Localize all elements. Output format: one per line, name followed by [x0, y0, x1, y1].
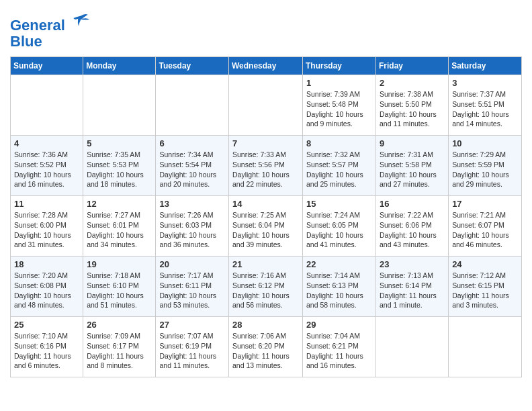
day-info: Sunrise: 7:38 AM Sunset: 5:50 PM Dayligh…	[380, 89, 445, 129]
calendar-header-row: SundayMondayTuesdayWednesdayThursdayFrid…	[11, 57, 522, 75]
calendar-cell: 7Sunrise: 7:33 AM Sunset: 5:56 PM Daylig…	[229, 136, 303, 196]
calendar-cell: 8Sunrise: 7:32 AM Sunset: 5:57 PM Daylig…	[303, 136, 376, 196]
day-info: Sunrise: 7:20 AM Sunset: 6:08 PM Dayligh…	[14, 271, 79, 310]
day-info: Sunrise: 7:35 AM Sunset: 5:53 PM Dayligh…	[87, 150, 152, 189]
day-number: 19	[87, 259, 152, 269]
day-info: Sunrise: 7:28 AM Sunset: 6:00 PM Dayligh…	[14, 210, 79, 250]
day-info: Sunrise: 7:21 AM Sunset: 6:07 PM Dayligh…	[452, 210, 518, 250]
day-info: Sunrise: 7:29 AM Sunset: 5:59 PM Dayligh…	[452, 150, 518, 189]
header-tuesday: Tuesday	[156, 57, 229, 75]
day-number: 26	[87, 320, 152, 330]
calendar-cell	[156, 75, 229, 136]
calendar-cell: 26Sunrise: 7:09 AM Sunset: 6:17 PM Dayli…	[83, 317, 156, 377]
day-info: Sunrise: 7:04 AM Sunset: 6:21 PM Dayligh…	[306, 331, 372, 371]
calendar-cell: 22Sunrise: 7:14 AM Sunset: 6:13 PM Dayli…	[303, 257, 376, 317]
day-number: 27	[159, 320, 225, 330]
logo: General Blue	[10, 10, 91, 50]
day-info: Sunrise: 7:10 AM Sunset: 6:16 PM Dayligh…	[14, 331, 79, 371]
day-number: 17	[452, 199, 518, 209]
day-number: 15	[306, 199, 372, 209]
week-row-1: 1Sunrise: 7:39 AM Sunset: 5:48 PM Daylig…	[11, 75, 522, 136]
calendar-cell: 16Sunrise: 7:22 AM Sunset: 6:06 PM Dayli…	[376, 196, 449, 257]
day-number: 16	[380, 199, 445, 209]
header-thursday: Thursday	[303, 57, 376, 75]
day-info: Sunrise: 7:25 AM Sunset: 6:04 PM Dayligh…	[232, 210, 299, 250]
calendar-cell	[83, 75, 156, 136]
calendar-cell: 24Sunrise: 7:12 AM Sunset: 6:15 PM Dayli…	[449, 257, 522, 317]
day-number: 28	[232, 320, 299, 330]
day-number: 3	[452, 78, 518, 88]
logo-blue: Blue	[10, 33, 42, 50]
day-info: Sunrise: 7:39 AM Sunset: 5:48 PM Dayligh…	[306, 89, 372, 129]
day-info: Sunrise: 7:22 AM Sunset: 6:06 PM Dayligh…	[380, 210, 445, 250]
day-number: 11	[14, 199, 79, 209]
calendar-cell: 25Sunrise: 7:10 AM Sunset: 6:16 PM Dayli…	[11, 317, 83, 377]
page-header: General Blue	[10, 10, 522, 50]
header-monday: Monday	[83, 57, 156, 75]
day-info: Sunrise: 7:14 AM Sunset: 6:13 PM Dayligh…	[306, 271, 372, 310]
calendar-cell	[11, 75, 83, 136]
day-info: Sunrise: 7:06 AM Sunset: 6:20 PM Dayligh…	[232, 331, 299, 371]
week-row-3: 11Sunrise: 7:28 AM Sunset: 6:00 PM Dayli…	[11, 196, 522, 257]
calendar-cell: 27Sunrise: 7:07 AM Sunset: 6:19 PM Dayli…	[156, 317, 229, 377]
day-number: 1	[306, 78, 372, 88]
calendar-cell: 15Sunrise: 7:24 AM Sunset: 6:05 PM Dayli…	[303, 196, 376, 257]
calendar-cell: 2Sunrise: 7:38 AM Sunset: 5:50 PM Daylig…	[376, 75, 449, 136]
calendar-cell: 19Sunrise: 7:18 AM Sunset: 6:10 PM Dayli…	[83, 257, 156, 317]
header-saturday: Saturday	[449, 57, 522, 75]
day-number: 10	[452, 138, 518, 148]
calendar-cell	[376, 317, 449, 377]
calendar-cell: 3Sunrise: 7:37 AM Sunset: 5:51 PM Daylig…	[449, 75, 522, 136]
week-row-4: 18Sunrise: 7:20 AM Sunset: 6:08 PM Dayli…	[11, 257, 522, 317]
day-info: Sunrise: 7:09 AM Sunset: 6:17 PM Dayligh…	[87, 331, 152, 371]
day-number: 7	[232, 138, 299, 148]
calendar-cell: 23Sunrise: 7:13 AM Sunset: 6:14 PM Dayli…	[376, 257, 449, 317]
calendar-cell	[449, 317, 522, 377]
week-row-5: 25Sunrise: 7:10 AM Sunset: 6:16 PM Dayli…	[11, 317, 522, 377]
calendar-cell: 10Sunrise: 7:29 AM Sunset: 5:59 PM Dayli…	[449, 136, 522, 196]
day-info: Sunrise: 7:12 AM Sunset: 6:15 PM Dayligh…	[452, 271, 518, 310]
day-info: Sunrise: 7:34 AM Sunset: 5:54 PM Dayligh…	[159, 150, 225, 189]
day-info: Sunrise: 7:24 AM Sunset: 6:05 PM Dayligh…	[306, 210, 372, 250]
day-info: Sunrise: 7:18 AM Sunset: 6:10 PM Dayligh…	[87, 271, 152, 310]
calendar-table: SundayMondayTuesdayWednesdayThursdayFrid…	[10, 56, 522, 377]
day-info: Sunrise: 7:33 AM Sunset: 5:56 PM Dayligh…	[232, 150, 299, 189]
day-number: 9	[380, 138, 445, 148]
calendar-cell	[229, 75, 303, 136]
calendar-cell: 5Sunrise: 7:35 AM Sunset: 5:53 PM Daylig…	[83, 136, 156, 196]
day-number: 13	[159, 199, 225, 209]
calendar-cell: 14Sunrise: 7:25 AM Sunset: 6:04 PM Dayli…	[229, 196, 303, 257]
day-info: Sunrise: 7:26 AM Sunset: 6:03 PM Dayligh…	[159, 210, 225, 250]
calendar-cell: 11Sunrise: 7:28 AM Sunset: 6:00 PM Dayli…	[11, 196, 83, 257]
day-number: 14	[232, 199, 299, 209]
day-number: 22	[306, 259, 372, 269]
day-number: 24	[452, 259, 518, 269]
day-number: 4	[14, 138, 79, 148]
day-number: 2	[380, 78, 445, 88]
calendar-cell: 4Sunrise: 7:36 AM Sunset: 5:52 PM Daylig…	[11, 136, 83, 196]
calendar-cell: 13Sunrise: 7:26 AM Sunset: 6:03 PM Dayli…	[156, 196, 229, 257]
week-row-2: 4Sunrise: 7:36 AM Sunset: 5:52 PM Daylig…	[11, 136, 522, 196]
day-info: Sunrise: 7:16 AM Sunset: 6:12 PM Dayligh…	[232, 271, 299, 310]
day-number: 23	[380, 259, 445, 269]
calendar-cell: 9Sunrise: 7:31 AM Sunset: 5:58 PM Daylig…	[376, 136, 449, 196]
logo-general: General	[10, 17, 65, 34]
calendar-cell: 28Sunrise: 7:06 AM Sunset: 6:20 PM Dayli…	[229, 317, 303, 377]
header-wednesday: Wednesday	[229, 57, 303, 75]
day-info: Sunrise: 7:36 AM Sunset: 5:52 PM Dayligh…	[14, 150, 79, 189]
header-sunday: Sunday	[11, 57, 83, 75]
day-number: 5	[87, 138, 152, 148]
header-friday: Friday	[376, 57, 449, 75]
day-info: Sunrise: 7:13 AM Sunset: 6:14 PM Dayligh…	[380, 271, 445, 310]
calendar-cell: 6Sunrise: 7:34 AM Sunset: 5:54 PM Daylig…	[156, 136, 229, 196]
logo-bird-icon	[71, 10, 91, 30]
day-number: 18	[14, 259, 79, 269]
day-info: Sunrise: 7:17 AM Sunset: 6:11 PM Dayligh…	[159, 271, 225, 310]
calendar-cell: 1Sunrise: 7:39 AM Sunset: 5:48 PM Daylig…	[303, 75, 376, 136]
calendar-cell: 21Sunrise: 7:16 AM Sunset: 6:12 PM Dayli…	[229, 257, 303, 317]
day-info: Sunrise: 7:27 AM Sunset: 6:01 PM Dayligh…	[87, 210, 152, 250]
calendar-cell: 17Sunrise: 7:21 AM Sunset: 6:07 PM Dayli…	[449, 196, 522, 257]
calendar-cell: 29Sunrise: 7:04 AM Sunset: 6:21 PM Dayli…	[303, 317, 376, 377]
day-info: Sunrise: 7:37 AM Sunset: 5:51 PM Dayligh…	[452, 89, 518, 129]
calendar-cell: 18Sunrise: 7:20 AM Sunset: 6:08 PM Dayli…	[11, 257, 83, 317]
